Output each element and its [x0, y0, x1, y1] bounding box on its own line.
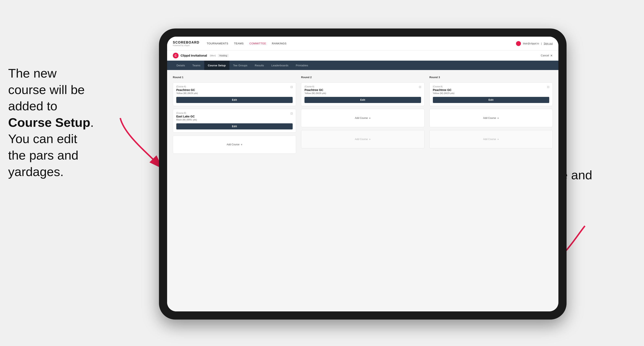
cancel-x-icon[interactable]: ✕ — [550, 54, 553, 57]
tab-printables[interactable]: Printables — [292, 61, 312, 70]
round2-course-a-details: Yellow (M) (6629 yds) — [304, 92, 421, 94]
round-2-column: Round 2 ⊡ (Course A) Peachtree GC Yellow… — [301, 76, 424, 154]
round3-add-course-plus-icon: + — [497, 116, 499, 120]
scoreboard-title: SCOREBOARD — [173, 41, 200, 44]
annotation-line6: the pars and — [8, 148, 78, 162]
round3-course-a-card: ⊡ (Course A) Peachtree GC Yellow (M) (66… — [430, 82, 553, 106]
nav-committee[interactable]: COMMITTEE — [250, 42, 266, 45]
nav-right: blair@clippd.io | Sign out — [516, 41, 553, 46]
round2-course-a-edit-button[interactable]: Edit — [304, 97, 421, 103]
round3-add-course-text: Add Course — [483, 117, 496, 120]
rounds-grid: Round 1 ⊡ (Course A) Peachtree GC Yellow… — [173, 76, 553, 154]
nav-rankings[interactable]: RANKINGS — [272, 42, 286, 45]
cancel-area[interactable]: Cancel ✕ — [541, 54, 553, 57]
annotation-line2: course will be — [8, 83, 85, 97]
round1-course-a-edit-button[interactable]: Edit — [176, 97, 293, 103]
round2-add-course-plus-icon: + — [369, 116, 371, 120]
round1-course-a-label: (Course A) — [176, 85, 293, 88]
annotation-bold: Course Setup — [8, 115, 90, 130]
round3-course-a-name: Peachtree GC — [433, 88, 549, 92]
clippd-logo: C — [173, 53, 178, 58]
tournament-bar: C Clippd Invitational (Men) Hosting Canc… — [167, 50, 558, 61]
round1-course-a-name: Peachtree GC — [176, 88, 293, 92]
round2-add-course-card[interactable]: Add Course + — [301, 109, 424, 127]
round-1-title: Round 1 — [173, 76, 296, 79]
tab-course-setup[interactable]: Course Setup — [204, 61, 230, 70]
round1-add-course-card[interactable]: Add Course + — [173, 135, 296, 154]
round3-course-a-edit-button[interactable]: Edit — [433, 97, 549, 103]
tab-leaderboards[interactable]: Leaderboards — [268, 61, 292, 70]
nav-left: SCOREBOARD Powered by clippd TOURNAMENTS… — [173, 41, 286, 46]
round3-add-course-card[interactable]: Add Course + — [430, 109, 553, 127]
annotation-line7: yardages. — [8, 165, 64, 179]
round1-course-b-name: East Lake GC — [176, 115, 293, 118]
round3-add-course-label: Add Course + — [483, 116, 499, 120]
user-avatar — [516, 41, 521, 46]
tournament-gender: (Men) — [210, 54, 216, 57]
round1-course-a-details: Yellow (M) (6629 yds) — [176, 92, 293, 94]
tab-bar: Details Teams Course Setup Tee Groups Re… — [167, 61, 558, 70]
tournament-name: Clippd Invitational — [180, 54, 207, 57]
round2-course-a-delete-icon[interactable]: ⊡ — [418, 85, 422, 89]
nav-tournaments[interactable]: TOURNAMENTS — [207, 42, 228, 45]
tab-tee-groups[interactable]: Tee Groups — [230, 61, 251, 70]
round1-course-b-label: (Course B) — [176, 112, 293, 114]
round2-add-course-text: Add Course — [355, 117, 368, 120]
cancel-label: Cancel — [541, 54, 549, 57]
round-3-column: Round 3 ⊡ (Course A) Peachtree GC Yellow… — [430, 76, 553, 154]
round2-add-course-2-label: Add Course + — [355, 138, 371, 141]
round3-course-a-details: Yellow (M) (6629 yds) — [433, 92, 549, 94]
round3-course-a-delete-icon[interactable]: ⊡ — [546, 85, 550, 89]
annotation-line3: added to — [8, 99, 57, 113]
tablet-screen: SCOREBOARD Powered by clippd TOURNAMENTS… — [167, 37, 558, 311]
user-email: blair@clippd.io — [523, 42, 539, 45]
scoreboard-logo: SCOREBOARD Powered by clippd — [173, 41, 200, 46]
round3-add-course-2-label: Add Course + — [483, 138, 499, 141]
round1-course-a-card: ⊡ (Course A) Peachtree GC Yellow (M) (66… — [173, 82, 296, 106]
tab-results[interactable]: Results — [251, 61, 268, 70]
tournament-left: C Clippd Invitational (Men) Hosting — [173, 53, 229, 58]
round1-add-course-text: Add Course — [226, 143, 240, 146]
round2-course-a-name: Peachtree GC — [304, 88, 421, 92]
round2-add-course-2-text: Add Course — [355, 138, 368, 141]
round-1-column: Round 1 ⊡ (Course A) Peachtree GC Yellow… — [173, 76, 296, 154]
round1-course-b-card: ⊡ (Course B) East Lake GC Black (M) (689… — [173, 109, 296, 133]
round1-add-course-label: Add Course + — [226, 143, 242, 146]
round1-add-course-plus-icon: + — [241, 143, 242, 146]
hosting-badge: Hosting — [218, 54, 229, 57]
round1-course-b-delete-icon[interactable]: ⊡ — [290, 112, 294, 115]
tab-details[interactable]: Details — [173, 61, 189, 70]
round-2-title: Round 2 — [301, 76, 424, 79]
round3-course-a-label: (Course A) — [433, 85, 549, 88]
top-nav: SCOREBOARD Powered by clippd TOURNAMENTS… — [167, 37, 558, 50]
nav-separator: | — [541, 42, 542, 45]
nav-links: TOURNAMENTS TEAMS COMMITTEE RANKINGS — [207, 42, 286, 45]
round1-course-a-delete-icon[interactable]: ⊡ — [290, 85, 294, 89]
round2-course-a-label: (Course A) — [304, 85, 421, 88]
round3-add-course-2-card: Add Course + — [430, 130, 553, 148]
annotation-line1: The new — [8, 66, 57, 80]
round3-add-course-2-text: Add Course — [483, 138, 496, 141]
round1-course-b-details: Black (M) (6891 yds) — [176, 119, 293, 121]
tablet-frame: SCOREBOARD Powered by clippd TOURNAMENTS… — [159, 28, 566, 320]
annotation-line5: You can edit — [8, 132, 77, 146]
round2-course-a-card: ⊡ (Course A) Peachtree GC Yellow (M) (66… — [301, 82, 424, 106]
sign-out-link[interactable]: Sign out — [544, 42, 553, 45]
nav-teams[interactable]: TEAMS — [234, 42, 244, 45]
round2-add-course-2-card: Add Course + — [301, 130, 424, 148]
round1-course-b-edit-button[interactable]: Edit — [176, 123, 293, 130]
round2-add-course-label: Add Course + — [355, 116, 371, 120]
round2-add-course-2-plus-icon: + — [369, 138, 371, 141]
scoreboard-sub: Powered by clippd — [173, 44, 200, 46]
tab-teams[interactable]: Teams — [189, 61, 204, 70]
round3-add-course-2-plus-icon: + — [497, 138, 499, 141]
main-content: Round 1 ⊡ (Course A) Peachtree GC Yellow… — [167, 70, 558, 311]
round-3-title: Round 3 — [430, 76, 553, 79]
